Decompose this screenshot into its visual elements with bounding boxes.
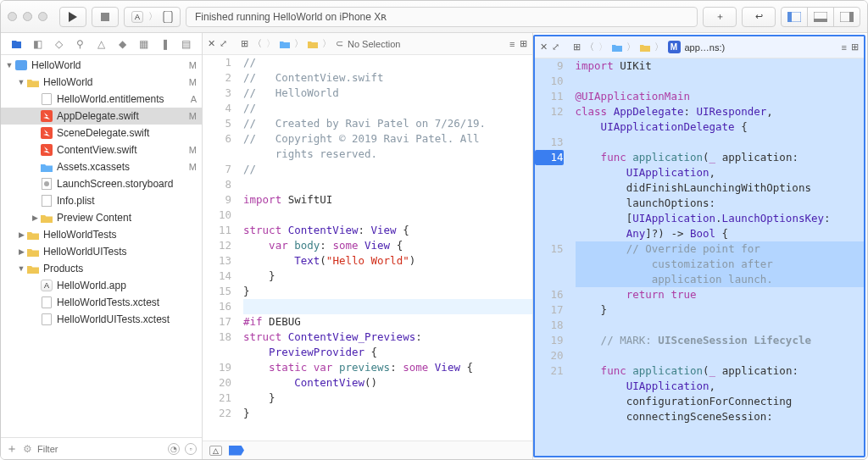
chevron-right-icon: 〉 — [148, 10, 158, 23]
run-button[interactable] — [59, 7, 86, 27]
primary-editor: ✕ ⤢ ⊞ 〈 〉 〉 〉 ⊂ No Selection ≡ ⊞ 1234567… — [203, 33, 533, 459]
add-editor-icon[interactable]: ⊞ — [520, 38, 527, 49]
symbol-navigator-tab[interactable]: ◇ — [53, 37, 66, 51]
project-tree[interactable]: ▼HelloWorldM▼HelloWorldMHelloWorld.entit… — [1, 55, 202, 437]
group-preview[interactable]: ▶Preview Content — [1, 209, 202, 226]
related-items-icon[interactable]: ⊞ — [241, 38, 248, 49]
svg-rect-1 — [101, 13, 109, 21]
product-tests[interactable]: HelloWorldTests.xctest — [1, 294, 202, 311]
file-scenedelegate[interactable]: SceneDelegate.swift — [1, 125, 202, 141]
jump-bar-right[interactable]: ✕ ⤢ ⊞ 〈 〉 〉 〉 M app…ns:) ≡ ⊞ — [535, 36, 865, 58]
file-contentview[interactable]: ContentView.swiftM — [1, 141, 202, 158]
group-uitests[interactable]: ▶HelloWorldUITests — [1, 243, 202, 260]
code-editor-left[interactable]: 12345678910111213141516171819202122 ////… — [203, 55, 532, 441]
toggle-inspector-button[interactable] — [833, 7, 860, 27]
test-navigator-tab[interactable]: ◆ — [116, 37, 130, 51]
method-badge-icon: M — [668, 41, 681, 53]
expand-icon[interactable]: ⤢ — [220, 38, 227, 49]
related-items-icon[interactable]: ⊞ — [573, 42, 581, 53]
project-root[interactable]: ▼HelloWorldM — [1, 57, 202, 74]
filter-icon: ⚙ — [23, 443, 32, 455]
minimize-window-icon[interactable] — [23, 12, 32, 21]
doc-icon — [40, 296, 53, 309]
folder-y-icon — [40, 211, 53, 224]
report-navigator-tab[interactable]: ▤ — [180, 37, 193, 51]
swift-icon — [40, 109, 53, 123]
folder-y-icon — [26, 228, 40, 241]
scheme-selector[interactable]: A 〉 — [124, 7, 181, 27]
breakpoint-navigator-tab[interactable]: ❚ — [159, 37, 172, 51]
file-infoplist[interactable]: Info.plist — [1, 192, 202, 209]
navigator-tabs: ◧ ◇ ⚲ △ ◆ ▦ ❚ ▤ — [1, 33, 202, 55]
folder-icon — [280, 40, 290, 48]
library-button[interactable]: ＋ — [703, 7, 737, 27]
proj-icon — [14, 58, 28, 72]
folder-y-icon — [26, 262, 40, 275]
back-icon[interactable]: 〈 — [253, 37, 262, 50]
storyboard-icon — [40, 177, 53, 191]
file-launchscreen[interactable]: LaunchScreen.storyboard — [1, 175, 202, 192]
folder-icon — [640, 43, 650, 52]
product-app[interactable]: AHelloWorld.app — [1, 277, 202, 294]
code-review-button[interactable]: ↩︎ — [742, 7, 776, 27]
debug-navigator-tab[interactable]: ▦ — [137, 37, 151, 51]
forward-icon[interactable]: 〉 — [598, 41, 608, 53]
folder-icon — [308, 40, 318, 48]
activity-status: Finished running HelloWorld on iPhone Xʀ — [186, 7, 698, 27]
app-icon: A — [40, 279, 53, 292]
swift-icon — [40, 126, 53, 140]
jump-selection-label: No Selection — [348, 39, 400, 49]
close-tab-icon[interactable]: ✕ — [208, 38, 215, 49]
app-icon: A — [131, 11, 143, 23]
source-control-tab[interactable]: ◧ — [31, 37, 45, 51]
project-navigator-tab[interactable] — [10, 37, 24, 51]
product-uitests[interactable]: HelloWorldUITests.xctest — [1, 311, 202, 328]
forward-icon[interactable]: 〉 — [266, 37, 275, 50]
svg-rect-2 — [164, 11, 172, 23]
swift-icon — [40, 143, 53, 157]
svg-rect-6 — [814, 19, 827, 22]
toggle-debug-button[interactable] — [807, 7, 834, 27]
folder-b-icon — [40, 160, 53, 174]
navigator: ◧ ◇ ⚲ △ ◆ ▦ ❚ ▤ ▼HelloWorldM▼HelloWorldM… — [1, 33, 203, 459]
file-assets[interactable]: Assets.xcassetsM — [1, 158, 202, 175]
folder-y-icon — [26, 245, 40, 258]
back-icon[interactable]: 〈 — [585, 41, 594, 53]
code-editor-right[interactable]: 9101112131415161718192021 import UIKit @… — [535, 58, 865, 456]
navigator-filter-bar: ＋ ⚙ ◔ ▫ — [1, 437, 202, 459]
file-appdelegate[interactable]: AppDelegate.swiftM — [1, 108, 202, 125]
doc-icon — [40, 313, 53, 326]
group-products[interactable]: ▼Products — [1, 260, 202, 277]
breakpoint-toggle-icon[interactable]: △ — [209, 446, 222, 456]
expand-icon[interactable]: ⤢ — [552, 42, 559, 53]
device-icon — [163, 11, 173, 23]
file-entitlements[interactable]: HelloWorld.entitlementsA — [1, 91, 202, 108]
filter-input[interactable] — [37, 444, 163, 454]
add-icon[interactable]: ＋ — [6, 441, 18, 457]
breakpoint-tag-icon[interactable] — [229, 446, 244, 456]
window-controls — [8, 12, 47, 21]
zoom-window-icon[interactable] — [38, 12, 47, 21]
jump-bar-left[interactable]: ✕ ⤢ ⊞ 〈 〉 〉 〉 ⊂ No Selection ≡ ⊞ — [203, 33, 532, 55]
close-window-icon[interactable] — [8, 12, 17, 21]
svg-rect-9 — [15, 60, 27, 70]
close-tab-icon[interactable]: ✕ — [540, 42, 548, 53]
lines-icon[interactable]: ≡ — [509, 39, 515, 49]
toggle-navigator-button[interactable] — [781, 7, 808, 27]
toolbar: A 〉 Finished running HelloWorld on iPhon… — [1, 1, 867, 33]
assistant-editor: ✕ ⤢ ⊞ 〈 〉 〉 〉 M app…ns:) ≡ ⊞ 91011121314… — [533, 35, 866, 457]
add-editor-icon[interactable]: ⊞ — [851, 42, 859, 53]
jump-crumb-label: app…ns:) — [685, 42, 726, 53]
folder-icon — [612, 43, 622, 52]
svg-marker-0 — [69, 12, 77, 22]
issue-navigator-tab[interactable]: △ — [95, 37, 108, 51]
folder-y-icon — [26, 75, 40, 89]
group-tests[interactable]: ▶HelloWorldTests — [1, 226, 202, 243]
scm-filter-icon[interactable]: ▫ — [185, 443, 197, 455]
find-navigator-tab[interactable]: ⚲ — [74, 37, 87, 51]
svg-rect-8 — [849, 12, 854, 22]
lines-icon[interactable]: ≡ — [842, 42, 847, 53]
recent-filter-icon[interactable]: ◔ — [168, 443, 180, 455]
stop-button[interactable] — [92, 7, 119, 27]
group-helloworld[interactable]: ▼HelloWorldM — [1, 74, 202, 91]
